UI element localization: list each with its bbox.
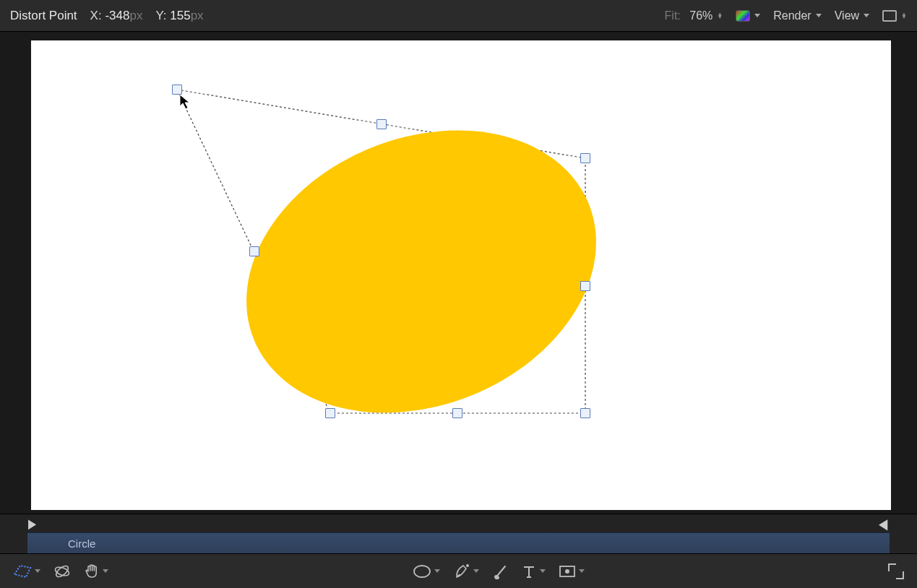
orbit-icon bbox=[53, 563, 71, 580]
playhead-start-icon[interactable]: ▶ bbox=[28, 516, 36, 532]
svg-point-3 bbox=[54, 563, 70, 579]
tool-text[interactable] bbox=[521, 563, 546, 579]
handle-top-right[interactable] bbox=[580, 153, 590, 163]
playhead-end-icon[interactable]: ◀ bbox=[879, 515, 887, 532]
handle-bottom-mid[interactable] bbox=[452, 408, 462, 418]
fullscreen-toggle[interactable] bbox=[888, 563, 904, 579]
canvas-svg bbox=[31, 40, 891, 510]
coord-y-label: Y: bbox=[155, 9, 166, 22]
handle-top-mid[interactable] bbox=[376, 119, 387, 129]
view-menu[interactable]: View bbox=[835, 9, 869, 22]
coord-x-label: X: bbox=[90, 9, 102, 22]
zoom-fit-label: Fit: bbox=[665, 9, 681, 22]
chevron-down-icon bbox=[35, 569, 40, 573]
chevron-down-icon bbox=[434, 569, 440, 573]
chevron-down-icon bbox=[473, 569, 479, 573]
tool-brush[interactable] bbox=[492, 563, 508, 579]
coord-x-value: -348 bbox=[105, 9, 129, 22]
chevron-down-icon bbox=[540, 569, 546, 573]
coord-x-unit: px bbox=[129, 9, 142, 22]
zoom-stepper-icon[interactable]: ▲▼ bbox=[717, 12, 723, 20]
zoom-fit-control[interactable]: Fit: 76% ▲▼ bbox=[665, 9, 723, 22]
chevron-down-icon bbox=[579, 569, 585, 573]
handle-bottom-left[interactable] bbox=[325, 408, 335, 418]
fullscreen-icon bbox=[888, 563, 904, 579]
top-toolbar: Distort Point X: -348px Y: 155px Fit: 76… bbox=[0, 0, 917, 32]
chevron-down-icon bbox=[864, 14, 869, 17]
distort-icon bbox=[13, 564, 32, 579]
mini-timeline: ▶ ◀ Circle bbox=[0, 514, 917, 553]
tool-hand[interactable] bbox=[84, 563, 108, 579]
color-channel-picker[interactable] bbox=[736, 10, 760, 22]
view-label: View bbox=[835, 9, 859, 22]
handle-bottom-right[interactable] bbox=[580, 408, 590, 418]
handle-top-left[interactable] bbox=[172, 85, 182, 95]
timeline-layer-bar[interactable]: Circle bbox=[27, 532, 890, 554]
shape-circle[interactable] bbox=[204, 80, 639, 463]
tool-3d-transform[interactable] bbox=[53, 563, 71, 580]
active-tool-name: Distort Point bbox=[10, 9, 77, 23]
tool-readout: Distort Point X: -348px Y: 155px bbox=[10, 9, 204, 23]
svg-point-4 bbox=[414, 566, 430, 577]
svg-point-7 bbox=[565, 569, 569, 574]
chevron-down-icon bbox=[816, 14, 822, 17]
chevron-down-icon bbox=[103, 569, 108, 573]
tool-pen[interactable] bbox=[453, 563, 479, 580]
handle-mid-right[interactable] bbox=[580, 281, 590, 291]
clip-stepper-icon[interactable]: ▲▼ bbox=[901, 12, 907, 20]
render-menu[interactable]: Render bbox=[773, 9, 821, 22]
clip-rect-icon bbox=[882, 10, 897, 22]
tool-mask[interactable] bbox=[559, 565, 585, 578]
view-controls: Fit: 76% ▲▼ Render View ▲▼ bbox=[665, 9, 907, 22]
coord-y-unit: px bbox=[191, 9, 204, 22]
bottom-toolbar bbox=[0, 553, 917, 588]
coord-y-value: 155 bbox=[170, 9, 190, 22]
handle-mid-left[interactable] bbox=[249, 246, 259, 256]
clipping-indicator[interactable]: ▲▼ bbox=[882, 10, 907, 22]
brush-icon bbox=[492, 563, 508, 579]
mask-icon bbox=[559, 565, 576, 578]
zoom-fit-value: 76% bbox=[689, 9, 712, 22]
ellipse-icon bbox=[413, 564, 431, 579]
tool-shape-ellipse[interactable] bbox=[413, 564, 440, 579]
tool-distort[interactable] bbox=[13, 564, 40, 579]
coord-x[interactable]: X: -348px bbox=[90, 9, 143, 23]
pen-icon bbox=[453, 563, 470, 580]
text-icon bbox=[521, 563, 537, 579]
render-label: Render bbox=[773, 9, 811, 22]
chevron-down-icon bbox=[754, 14, 760, 17]
timeline-layer-name: Circle bbox=[68, 537, 95, 550]
canvas[interactable] bbox=[31, 40, 891, 510]
svg-point-5 bbox=[466, 564, 469, 567]
color-chip-icon bbox=[736, 10, 750, 22]
playhead-ruler[interactable]: ▶ ◀ bbox=[0, 514, 917, 532]
hand-icon bbox=[84, 563, 100, 579]
svg-marker-1 bbox=[14, 566, 30, 577]
coord-y[interactable]: Y: 155px bbox=[155, 9, 203, 23]
canvas-viewport[interactable] bbox=[0, 32, 917, 514]
